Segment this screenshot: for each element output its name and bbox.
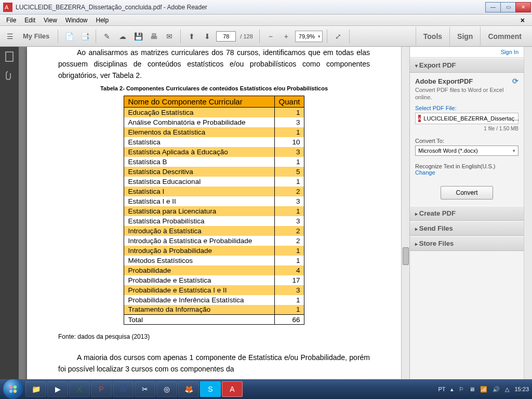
create-pdf-icon[interactable]: 📑 — [78, 30, 91, 43]
table-row: Estatística para Licenciatura1 — [124, 206, 304, 216]
open-icon[interactable]: 📄 — [62, 30, 76, 43]
refresh-icon[interactable]: ⟳ — [512, 77, 518, 85]
sign-button[interactable]: Sign — [449, 27, 480, 46]
window-maximize-button[interactable]: ▭ — [500, 2, 516, 12]
tray-language-indicator[interactable]: PT — [438, 386, 445, 392]
table-header-quant: Quant — [274, 96, 304, 108]
selected-file-entry[interactable]: A LUCICLEIDE_BEZERRA_Dissertaç... — [415, 113, 518, 124]
taskbar-skype-icon[interactable]: S — [200, 381, 221, 397]
table-row: Probabilidade e Estatística17 — [124, 275, 304, 285]
taskbar-adobe-reader-icon[interactable]: A — [222, 381, 243, 397]
taskbar-excel-icon[interactable]: X — [69, 381, 90, 397]
attachments-icon[interactable] — [4, 70, 15, 81]
store-files-section-header[interactable]: Store Files — [410, 236, 524, 251]
taskbar-snipping-icon[interactable]: ✂ — [135, 381, 155, 397]
menu-window[interactable]: Window — [61, 16, 92, 25]
convert-button[interactable]: Convert — [441, 186, 493, 200]
menu-file[interactable]: File — [2, 16, 20, 25]
navigation-strip — [0, 47, 19, 379]
sign-in-link[interactable]: Sign In — [410, 47, 524, 58]
table-row: Educação Estatística1 — [124, 108, 304, 117]
table-row: Probabilidade e Inferência Estatística1 — [124, 295, 304, 305]
taskbar-explorer-icon[interactable]: 📁 — [25, 381, 46, 397]
tray-show-hidden-icon[interactable]: ▴ — [450, 386, 454, 393]
table-row: Estatística Probabilística3 — [124, 216, 304, 226]
app-icon: A — [2, 2, 14, 13]
paragraph-2: A maioria dos cursos com apenas 1 compon… — [58, 352, 370, 375]
window-titlebar: A LUCICLEIDE_BEZERRA_Dissertação_conclui… — [0, 0, 532, 15]
document-close-button[interactable]: × — [516, 15, 529, 25]
tray-volume-icon[interactable]: 🔊 — [493, 386, 500, 393]
document-scrollbar[interactable] — [401, 47, 409, 379]
select-pdf-file-label: Select PDF File: — [415, 105, 518, 111]
tray-clock[interactable]: 15:23 — [514, 386, 529, 392]
page-thumbnails-icon[interactable] — [4, 51, 15, 62]
table-row: Introdução à Probabilidade1 — [124, 246, 304, 256]
fit-window-icon[interactable]: ⤢ — [331, 30, 345, 43]
table-row: Estatística Educacional1 — [124, 177, 304, 187]
create-pdf-section-header[interactable]: Create PDF — [410, 206, 524, 221]
table-row: Estatística I2 — [124, 187, 304, 196]
window-minimize-button[interactable]: — — [485, 2, 501, 12]
toolbar: ☰ My Files 📄 📑 ✎ ☁ 💾 🖶 ✉ ⬆ ⬇ / 128 − + 7… — [0, 26, 532, 47]
system-tray: PT ▴ ⚐ 🖥 📶 🔊 △ 15:23 — [438, 386, 529, 393]
pdf-page: Ao analisarmos as matrizes curriculares … — [27, 47, 401, 379]
cloud-icon[interactable]: ☁ — [116, 30, 129, 43]
convert-to-label: Convert To: — [415, 138, 518, 144]
start-button[interactable] — [3, 379, 23, 399]
table-source: Fonte: dados da pesquisa (2013) — [58, 333, 370, 340]
tools-pane: Sign In Export PDF Adobe ExportPDF ⟳ Con… — [409, 47, 524, 379]
svg-point-3 — [9, 385, 12, 389]
table-row: Probabilidade4 — [124, 265, 304, 275]
hamburger-icon[interactable]: ☰ — [3, 30, 17, 43]
tray-monitor-icon[interactable]: 🖥 — [469, 386, 475, 392]
table-row: Introdução à Estatística e Probabilidade… — [124, 236, 304, 246]
comment-button[interactable]: Comment — [480, 27, 529, 46]
menu-edit[interactable]: Edit — [20, 16, 39, 25]
zoom-in-icon[interactable]: + — [280, 30, 293, 43]
save-icon[interactable]: 💾 — [131, 30, 145, 43]
taskbar-word-icon[interactable]: W — [113, 381, 134, 397]
tray-flag-icon[interactable]: ⚐ — [459, 386, 464, 393]
print-icon[interactable]: 🖶 — [147, 30, 161, 43]
taskbar-firefox-icon[interactable]: 🦊 — [178, 381, 199, 397]
table-row: Estatística I e II3 — [124, 196, 304, 206]
side-panel-scrollbar[interactable] — [524, 47, 532, 379]
table-total-row: Total66 — [124, 315, 304, 325]
table-row: Tratamento da Informação1 — [124, 305, 304, 315]
menu-view[interactable]: View — [39, 16, 61, 25]
table-row: Introdução à Estatística2 — [124, 226, 304, 236]
window-title: LUCICLEIDE_BEZERRA_Dissertação_concluida… — [16, 4, 486, 11]
send-files-section-header[interactable]: Send Files — [410, 221, 524, 236]
file-meta: 1 file / 1.50 MB — [415, 126, 518, 131]
taskbar-powerpoint-icon[interactable]: P — [91, 381, 112, 397]
taskbar-media-icon[interactable]: ▶ — [47, 381, 68, 397]
menu-help[interactable]: Help — [92, 16, 113, 25]
recognize-text-label: Recognize Text in English(U.S.) Change — [415, 163, 518, 176]
taskbar-chrome-icon[interactable]: ◎ — [156, 381, 177, 397]
edit-icon[interactable]: ✎ — [100, 30, 114, 43]
table-row: Métodos Estatísticos1 — [124, 256, 304, 265]
my-files-label[interactable]: My Files — [19, 32, 54, 40]
tray-drive-icon[interactable]: △ — [505, 386, 509, 393]
table-row: Estatística B1 — [124, 157, 304, 167]
email-icon[interactable]: ✉ — [163, 30, 176, 43]
tray-network-icon[interactable]: 📶 — [480, 386, 487, 393]
change-language-link[interactable]: Change — [415, 169, 518, 176]
document-viewport[interactable]: Ao analisarmos as matrizes curriculares … — [19, 47, 409, 379]
window-close-button[interactable]: ✕ — [515, 2, 531, 12]
tools-button[interactable]: Tools — [416, 27, 449, 46]
table-row: Estatística Aplicada à Educação3 — [124, 147, 304, 157]
page-number-input[interactable] — [216, 31, 236, 42]
svg-point-6 — [14, 390, 17, 393]
convert-format-dropdown[interactable]: Microsoft Word (*.docx) — [415, 145, 518, 156]
svg-point-4 — [14, 385, 17, 389]
zoom-out-icon[interactable]: − — [264, 30, 277, 43]
zoom-level-dropdown[interactable]: 79,9% — [295, 31, 323, 42]
paragraph-1: Ao analisarmos as matrizes curriculares … — [58, 47, 370, 81]
scrollbar-thumb[interactable] — [403, 247, 409, 265]
page-down-icon[interactable]: ⬇ — [201, 30, 214, 43]
taskbar: 📁 ▶ X P W ✂ ◎ 🦊 S A PT ▴ ⚐ 🖥 📶 🔊 △ 15:23 — [0, 379, 532, 399]
export-pdf-section-header[interactable]: Export PDF — [410, 58, 524, 73]
page-up-icon[interactable]: ⬆ — [185, 30, 198, 43]
